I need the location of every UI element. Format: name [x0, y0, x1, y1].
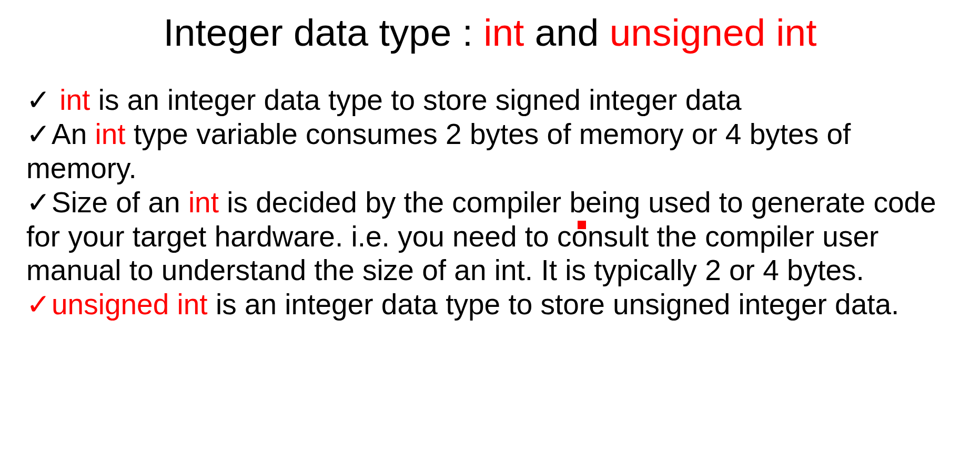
bullet-1-text: is an integer data type to store signed …	[90, 84, 741, 116]
slide: Integer data type : int and unsigned int…	[0, 0, 980, 464]
bullet-4: ✓unsigned int is an integer data type to…	[26, 287, 954, 322]
bullet-2: ✓An int type variable consumes 2 bytes o…	[26, 117, 954, 185]
slide-body: ✓ int is an integer data type to store s…	[26, 83, 954, 322]
check-icon: ✓	[26, 188, 50, 217]
check-icon: ✓	[26, 86, 50, 115]
bullet-1: ✓ int is an integer data type to store s…	[26, 83, 954, 117]
bullet-1-keyword: int	[59, 84, 90, 116]
title-text-and: and	[524, 11, 609, 54]
bullet-3-pre: Size of an	[52, 186, 188, 219]
bullet-3: ✓Size of an int is decided by the compil…	[26, 185, 954, 288]
bullet-2-text: type variable consumes 2 bytes of memory…	[26, 118, 851, 184]
title-text-1: Integer data type :	[164, 11, 484, 54]
title-keyword-int: int	[483, 11, 524, 54]
bullet-4-keyword: unsigned int	[52, 288, 208, 321]
check-icon: ✓	[26, 120, 50, 149]
slide-title: Integer data type : int and unsigned int	[26, 11, 954, 54]
bullet-3-keyword: int	[188, 186, 219, 219]
bullet-2-keyword: int	[95, 118, 126, 150]
bullet-2-pre: An	[52, 118, 95, 150]
check-icon: ✓	[26, 290, 50, 319]
bullet-1-spacer	[52, 84, 59, 116]
laser-pointer-icon	[578, 221, 586, 229]
title-keyword-unsigned-int: unsigned int	[610, 11, 817, 54]
bullet-4-text: is an integer data type to store unsigne…	[208, 288, 900, 321]
